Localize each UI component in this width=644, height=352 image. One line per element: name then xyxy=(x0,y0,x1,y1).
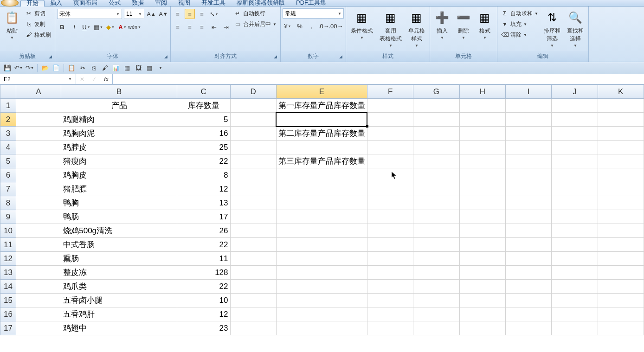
cell-G1[interactable] xyxy=(413,99,459,113)
cell-G3[interactable] xyxy=(413,127,459,141)
decrease-font-button[interactable]: A▼ xyxy=(158,9,168,19)
cell-C3[interactable]: 16 xyxy=(177,127,230,141)
cell-K15[interactable] xyxy=(598,294,644,307)
qat-paste-button[interactable]: 📋 xyxy=(67,64,76,73)
font-name-input[interactable]: 宋体▼ xyxy=(57,9,122,19)
cell-B1[interactable]: 产品 xyxy=(61,99,177,113)
qat-new-button[interactable]: 📄 xyxy=(52,64,61,73)
cell-I1[interactable] xyxy=(506,99,552,113)
cell-K4[interactable] xyxy=(598,141,644,154)
cell-E12[interactable] xyxy=(276,252,367,266)
cell-D17[interactable] xyxy=(230,321,276,335)
cell-A4[interactable] xyxy=(16,141,61,154)
cell-I10[interactable] xyxy=(506,224,552,238)
cell-B10[interactable]: 烧鸡500g清洗 xyxy=(61,224,177,238)
row-header-12[interactable]: 12 xyxy=(0,252,16,266)
border-button[interactable]: ▦▼ xyxy=(93,22,103,32)
cell-F4[interactable] xyxy=(367,141,413,154)
redo-button[interactable]: ↷▼ xyxy=(25,64,34,73)
insert-function-button[interactable]: fx xyxy=(100,76,112,83)
cell-J15[interactable] xyxy=(552,294,598,307)
phonetic-button[interactable]: wén▼ xyxy=(129,22,140,32)
cell-A15[interactable] xyxy=(16,294,61,307)
cell-B3[interactable]: 鸡胸肉泥 xyxy=(61,127,177,141)
cell-A9[interactable] xyxy=(16,210,61,224)
cell-C6[interactable]: 8 xyxy=(177,168,230,182)
tab-公式[interactable]: 公式 xyxy=(103,0,126,6)
format-as-table-button[interactable]: ▦套用 表格格式▼ xyxy=(377,8,405,50)
cell-H12[interactable] xyxy=(459,252,505,266)
qat-misc-button[interactable]: ▦ xyxy=(145,64,154,73)
col-header-F[interactable]: F xyxy=(367,85,413,99)
cell-F12[interactable] xyxy=(367,252,413,266)
comma-button[interactable]: , xyxy=(307,21,317,31)
cell-A2[interactable] xyxy=(16,113,61,127)
cell-H15[interactable] xyxy=(459,294,505,307)
cell-H13[interactable] xyxy=(459,266,505,280)
row-header-16[interactable]: 16 xyxy=(0,307,16,321)
font-color-button[interactable]: A▼ xyxy=(117,22,128,32)
cell-K11[interactable] xyxy=(598,238,644,252)
row-header-17[interactable]: 17 xyxy=(0,321,16,335)
cell-G16[interactable] xyxy=(413,307,459,321)
qat-copy-button[interactable]: ⎘ xyxy=(89,64,98,73)
cell-C11[interactable]: 22 xyxy=(177,238,230,252)
cell-F1[interactable] xyxy=(367,99,413,113)
cell-G15[interactable] xyxy=(413,294,459,307)
cell-C15[interactable]: 10 xyxy=(177,294,230,307)
cell-A10[interactable] xyxy=(16,224,61,238)
underline-button[interactable]: U▼ xyxy=(81,22,91,32)
qat-table-button[interactable]: ▦ xyxy=(122,64,132,73)
cell-C10[interactable]: 26 xyxy=(177,224,230,238)
cell-C2[interactable]: 5 xyxy=(177,113,230,127)
cell-C14[interactable]: 22 xyxy=(177,280,230,294)
row-header-11[interactable]: 11 xyxy=(0,238,16,252)
cell-J5[interactable] xyxy=(552,154,598,168)
cell-H7[interactable] xyxy=(459,182,505,196)
cell-H9[interactable] xyxy=(459,210,505,224)
cell-H2[interactable] xyxy=(459,113,505,127)
cell-J2[interactable] xyxy=(552,113,598,127)
cell-E1[interactable]: 第一库存量产品库存数量 xyxy=(276,99,367,113)
cell-D11[interactable] xyxy=(230,238,276,252)
cell-H8[interactable] xyxy=(459,196,505,210)
cell-E5[interactable]: 第三库存量产品库存数量 xyxy=(276,154,367,168)
cell-B4[interactable]: 鸡脖皮 xyxy=(61,141,177,154)
tab-PDF工具集[interactable]: PDF工具集 xyxy=(290,0,332,6)
cell-A13[interactable] xyxy=(16,266,61,280)
decrease-decimal-button[interactable]: .00→ xyxy=(331,21,341,31)
cell-B13[interactable]: 整皮冻 xyxy=(61,266,177,280)
clear-button[interactable]: ⌫清除▼ xyxy=(499,30,540,40)
cell-C13[interactable]: 128 xyxy=(177,266,230,280)
cell-H10[interactable] xyxy=(459,224,505,238)
increase-decimal-button[interactable]: .0→ xyxy=(319,21,329,31)
cell-B16[interactable]: 五香鸡肝 xyxy=(61,307,177,321)
delete-cells-button[interactable]: ➖删除▼ xyxy=(453,8,474,42)
spreadsheet-grid[interactable]: ABCDEFGHIJK 1产品库存数量第一库存量产品库存数量2鸡腿精肉53鸡胸肉… xyxy=(0,84,644,352)
cell-F7[interactable] xyxy=(367,182,413,196)
italic-button[interactable]: I xyxy=(69,22,79,32)
dialog-launcher-icon[interactable]: ◢ xyxy=(273,54,278,60)
qat-painter-button[interactable]: 🖌 xyxy=(100,64,109,73)
format-painter-button[interactable]: 🖌格式刷 xyxy=(23,30,53,40)
cell-J6[interactable] xyxy=(552,168,598,182)
align-right-button[interactable]: ≡ xyxy=(197,22,207,32)
row-header-6[interactable]: 6 xyxy=(0,168,16,182)
cell-A1[interactable] xyxy=(16,99,61,113)
cell-J11[interactable] xyxy=(552,238,598,252)
cell-K14[interactable] xyxy=(598,280,644,294)
cell-B12[interactable]: 熏肠 xyxy=(61,252,177,266)
cell-J9[interactable] xyxy=(552,210,598,224)
col-header-A[interactable]: A xyxy=(16,85,61,99)
cell-G9[interactable] xyxy=(413,210,459,224)
cell-E15[interactable] xyxy=(276,294,367,307)
qat-chart-button[interactable]: 📊 xyxy=(111,64,121,73)
cell-D5[interactable] xyxy=(230,154,276,168)
cell-H17[interactable] xyxy=(459,321,505,335)
cell-B6[interactable]: 鸡胸皮 xyxy=(61,168,177,182)
cell-F2[interactable] xyxy=(367,113,413,127)
cell-styles-button[interactable]: ▦单元格 样式▼ xyxy=(406,8,428,50)
paste-button[interactable]: 📋 粘贴 ▼ xyxy=(2,8,22,42)
cell-D9[interactable] xyxy=(230,210,276,224)
col-header-I[interactable]: I xyxy=(506,85,552,99)
